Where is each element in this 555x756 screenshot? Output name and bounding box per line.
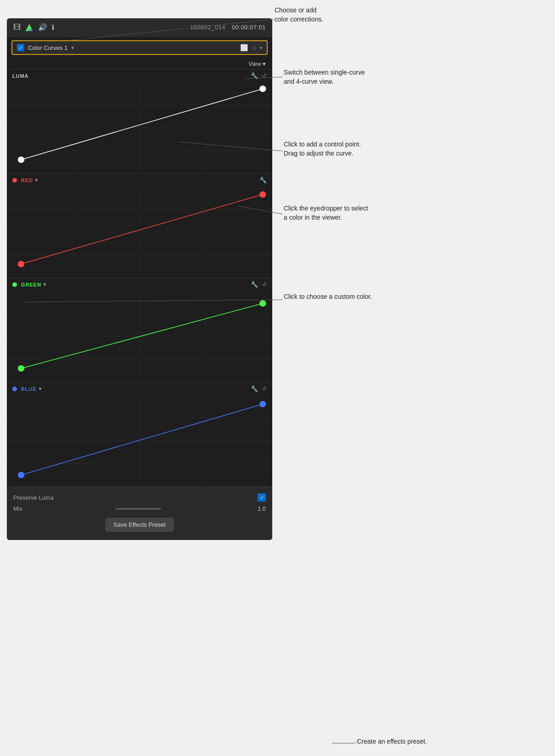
svg-point-9 [18,157,25,163]
effect-selector-left: ✓ Color Curves 1 ▾ [17,44,74,51]
effect-enabled-checkbox[interactable]: ✓ [17,44,24,51]
red-dot[interactable] [12,178,17,183]
mix-slider[interactable] [115,508,161,510]
luma-header: LUMA 🔧 ↺ [7,70,272,82]
svg-marker-1 [26,24,33,31]
footer-section: Preserve Luma ✓ Mix 1.0 Save Effects Pre… [7,486,272,540]
effect-dropdown-chevron[interactable]: ▾ [71,45,74,50]
green-header-icons: 🔧 ↺ [251,281,267,288]
blue-svg [7,395,272,486]
view-label: View [248,60,261,67]
green-reset-icon[interactable]: ↺ [262,281,267,288]
svg-line-35 [21,404,263,475]
keyframe-icon[interactable]: ◇ [252,44,256,51]
view-button[interactable]: View ▾ [248,60,266,67]
green-canvas[interactable] [7,291,272,382]
green-dot[interactable] [12,282,17,287]
svg-point-28 [259,300,266,307]
svg-point-36 [18,472,25,478]
ann-add-control: Click to add a control point.Drag to adj… [284,140,361,158]
red-eyedropper-icon[interactable]: 🔧 [259,177,267,184]
audio-icon[interactable]: 🔊 [38,23,47,32]
color-curves-panel: 🎞 🔊 ℹ 150802_014 00:00:07:01 ✓ Color Cur… [7,18,272,540]
ann-save-preset: Create an effects preset. [357,737,427,746]
blue-label: BLUE ▾ [12,386,42,392]
blue-section: BLUE ▾ 🔧 ↺ [7,382,272,486]
preserve-luma-label: Preserve Luma [13,494,54,501]
view-row: View ▾ [7,59,272,69]
green-header: GREEN ▾ 🔧 ↺ [7,278,272,291]
red-label: RED ▾ [12,178,38,183]
color-icon[interactable] [25,23,33,32]
green-eyedropper-icon[interactable]: 🔧 [251,281,258,288]
blue-header: BLUE ▾ 🔧 ↺ [7,383,272,395]
effect-name: Color Curves 1 [28,44,68,51]
svg-line-8 [21,89,263,160]
luma-eyedropper-icon[interactable]: 🔧 [251,72,258,79]
svg-point-18 [18,261,25,267]
svg-point-37 [259,401,266,407]
green-svg [7,291,272,382]
blue-canvas[interactable] [7,395,272,486]
view-chevron: ▾ [263,60,266,67]
luma-section: LUMA 🔧 ↺ [7,69,272,173]
effect-selector[interactable]: ✓ Color Curves 1 ▾ ⬜ ◇ ▾ [11,40,268,55]
luma-reset-icon[interactable]: ↺ [262,72,267,79]
red-header-icons: 🔧 [259,177,267,184]
luma-label: LUMA [12,73,29,79]
red-dropdown-chevron[interactable]: ▾ [35,178,38,183]
svg-point-19 [259,191,266,198]
ann-eyedropper: Click the eyedropper to selecta color in… [284,204,368,222]
luma-header-icons: 🔧 ↺ [251,72,267,79]
clip-name: 150802_014 [190,24,225,31]
svg-line-26 [21,303,263,368]
red-canvas[interactable] [7,186,272,278]
green-label: GREEN ▾ [12,282,46,287]
film-icon[interactable]: 🎞 [13,23,21,32]
info-icon[interactable]: ℹ [52,23,54,32]
preserve-luma-row: Preserve Luma ✓ [13,491,266,503]
luma-canvas[interactable] [7,82,272,173]
blue-dropdown-chevron[interactable]: ▾ [39,386,42,391]
mask-icon[interactable]: ⬜ [240,44,248,51]
toolbar-left: 🎞 🔊 ℹ [13,23,54,32]
ann-single-curve: Switch between single-curveand 4-curve v… [284,68,365,86]
timecode: 00:00:07:01 [232,24,266,31]
effect-options-chevron[interactable]: ▾ [260,45,262,50]
mix-label: Mix [13,505,22,512]
svg-point-10 [259,86,266,92]
ann-choose-color: Choose or addcolor corrections. [275,5,323,24]
blue-dot[interactable] [12,387,17,391]
mix-value: 1.0 [258,505,266,512]
green-dropdown-chevron[interactable]: ▾ [43,282,46,287]
svg-line-17 [21,194,263,264]
toolbar: 🎞 🔊 ℹ 150802_014 00:00:07:01 [7,18,272,37]
effect-selector-right: ⬜ ◇ ▾ [240,44,262,51]
toolbar-center: 150802_014 00:00:07:01 [190,24,266,31]
svg-point-27 [18,365,25,372]
red-section: RED ▾ 🔧 [7,173,272,278]
ann-custom-color: Click to choose a custom color. [284,292,372,301]
blue-header-icons: 🔧 ↺ [251,385,267,392]
preserve-luma-checkbox[interactable]: ✓ [258,493,266,502]
luma-svg [7,82,272,173]
red-header: RED ▾ 🔧 [7,174,272,186]
save-effects-preset-button[interactable]: Save Effects Preset [105,518,174,532]
mix-row: Mix 1.0 [13,503,266,514]
blue-eyedropper-icon[interactable]: 🔧 [251,385,258,392]
blue-reset-icon[interactable]: ↺ [262,385,267,392]
green-section: GREEN ▾ 🔧 ↺ [7,278,272,382]
red-svg [7,186,272,278]
